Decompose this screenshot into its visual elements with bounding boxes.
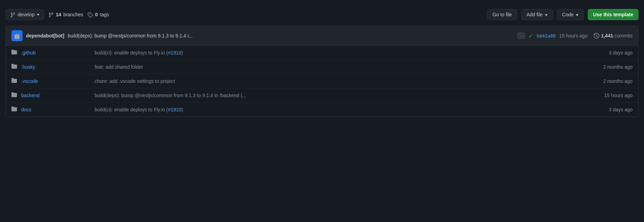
file-time: 2 months ago — [594, 78, 633, 84]
file-time: 3 days ago — [594, 50, 633, 56]
pr-link[interactable]: #1910 — [168, 107, 181, 112]
file-table: 🤖 dependabot[bot] build(deps): bump @nes… — [6, 26, 638, 117]
file-name[interactable]: .husky — [21, 64, 90, 70]
commit-author-name[interactable]: dependabot[bot] — [26, 33, 64, 39]
file-row: .github build(ci): enable deploys to Fly… — [6, 46, 638, 60]
file-time: 3 days ago — [594, 107, 633, 112]
file-name[interactable]: docs — [21, 107, 90, 112]
commit-history-link[interactable]: 1,441 commits — [594, 33, 633, 39]
tags-icon — [87, 11, 93, 17]
commit-message-text: build(deps): bump @nestjs/common from 9.… — [68, 33, 514, 39]
file-commit-message: build(ci): enable deploys to Fly.io (#19… — [95, 107, 590, 112]
folder-icon — [11, 63, 17, 70]
tags-link[interactable]: 0 tags — [87, 11, 109, 17]
file-time: 2 months ago — [594, 64, 633, 70]
file-row: .vscode chore: add .vscode settings to p… — [6, 74, 638, 88]
commit-author-avatar: 🤖 — [11, 30, 23, 41]
use-template-button[interactable]: Use this template — [588, 9, 638, 20]
file-name[interactable]: .vscode — [21, 78, 90, 84]
branches-count: 14 — [56, 12, 61, 17]
branches-icon — [48, 11, 54, 17]
goto-file-button[interactable]: Go to file — [487, 9, 517, 20]
add-file-chevron-icon — [545, 14, 548, 16]
repository-top-bar: develop 14 branches 0 tags Go to file Ad… — [6, 6, 638, 26]
commit-sha-link[interactable]: b842a80 — [537, 33, 556, 39]
file-row: .husky feat: add shared folder 2 months … — [6, 60, 638, 74]
commit-status-check-icon: ✓ — [529, 33, 533, 39]
file-commit-message: chore: add .vscode settings to project — [95, 78, 590, 84]
use-template-label: Use this template — [593, 12, 633, 17]
folder-icon — [11, 78, 17, 85]
file-row: docs build(ci): enable deploys to Fly.io… — [6, 103, 638, 117]
folder-icon — [11, 106, 17, 113]
folder-icon — [11, 92, 17, 99]
branch-chevron-icon — [37, 14, 40, 16]
commit-time: 15 hours ago — [559, 33, 588, 39]
branch-icon — [10, 11, 16, 17]
history-icon — [594, 33, 599, 39]
file-commit-message: build(deps): bump @nestjs/common from 9.… — [95, 93, 590, 98]
file-name[interactable]: .github — [21, 50, 90, 56]
goto-file-label: Go to file — [493, 12, 512, 17]
file-name[interactable]: backend — [21, 93, 90, 98]
tags-count: 0 — [95, 12, 98, 17]
commits-count: 1,441 commits — [601, 33, 633, 39]
file-row: backend build(deps): bump @nestjs/common… — [6, 88, 638, 103]
add-file-label: Add file — [526, 12, 543, 17]
branch-selector-button[interactable]: develop — [6, 9, 44, 20]
code-chevron-icon — [576, 14, 578, 16]
latest-commit-row: 🤖 dependabot[bot] build(deps): bump @nes… — [6, 26, 638, 46]
code-label: Code — [562, 12, 574, 17]
file-commit-message: build(ci): enable deploys to Fly.io (#19… — [95, 50, 590, 56]
code-button[interactable]: Code — [557, 9, 584, 20]
branch-name: develop — [18, 12, 35, 17]
add-file-button[interactable]: Add file — [521, 9, 553, 20]
branches-link[interactable]: 14 branches — [48, 11, 83, 17]
branches-label: branches — [63, 12, 84, 17]
file-time: 15 hours ago — [594, 93, 633, 98]
pr-link[interactable]: #1910 — [168, 50, 181, 56]
commit-message-expand-button[interactable]: ··· — [517, 33, 525, 39]
tags-label: tags — [100, 12, 109, 17]
file-commit-message: feat: add shared folder — [95, 64, 590, 70]
folder-icon — [11, 49, 17, 56]
